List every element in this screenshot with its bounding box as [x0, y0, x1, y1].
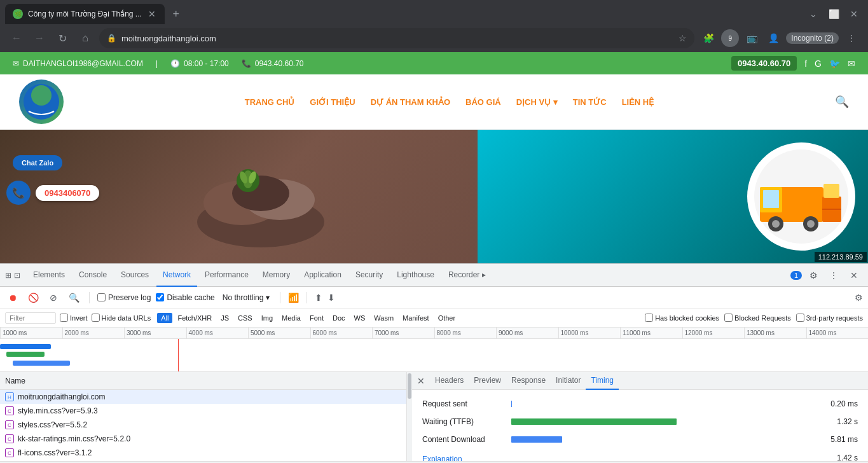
- twitter-icon[interactable]: 🐦: [829, 59, 840, 69]
- wifi-icon[interactable]: 📶: [288, 293, 299, 303]
- home-button[interactable]: ⌂: [76, 29, 94, 47]
- profile-icon[interactable]: 9: [721, 29, 739, 47]
- tab-elements[interactable]: Elements: [27, 264, 71, 287]
- tab-memory[interactable]: Memory: [256, 264, 296, 287]
- tab-close-icon[interactable]: ✕: [147, 9, 157, 19]
- undock-icon[interactable]: ⊡: [14, 271, 20, 280]
- nav-gioi-thieu[interactable]: GIỚI THIỆU: [310, 97, 355, 107]
- nav-trang-chu[interactable]: TRANG CHỦ: [245, 97, 295, 107]
- phone-circle-icon[interactable]: 📞: [6, 181, 31, 205]
- filter-doc[interactable]: Doc: [329, 313, 349, 323]
- nav-tin-tuc[interactable]: TIN TỨC: [573, 97, 607, 107]
- nav-bao-gia[interactable]: BÁO GIÁ: [465, 97, 501, 107]
- list-scrollbar[interactable]: [407, 372, 412, 461]
- filter-other[interactable]: Other: [434, 313, 460, 323]
- hide-data-urls-check[interactable]: Hide data URLs: [92, 314, 151, 322]
- export-icon[interactable]: ⬇: [327, 293, 335, 303]
- list-item[interactable]: C fl-icons.css?ver=3.1.2: [0, 446, 406, 460]
- profile-account-icon[interactable]: 👤: [764, 29, 782, 47]
- preserve-log-checkbox[interactable]: [97, 293, 106, 301]
- new-tab-button[interactable]: +: [167, 5, 185, 23]
- filter-media[interactable]: Media: [278, 313, 305, 323]
- filter-icon[interactable]: ⊘: [46, 290, 61, 305]
- url-bar[interactable]: 🔒 moitruongdaithangloi.com ☆: [99, 28, 694, 48]
- blocked-cookies-checkbox[interactable]: [645, 314, 653, 322]
- filter-wasm[interactable]: Wasm: [370, 313, 397, 323]
- explanation-link[interactable]: Explanation: [422, 455, 462, 461]
- tab-recorder[interactable]: Recorder ▸: [442, 264, 492, 287]
- filter-img[interactable]: Img: [258, 313, 277, 323]
- clear-button[interactable]: 🚫: [25, 290, 41, 305]
- filter-js[interactable]: JS: [217, 313, 233, 323]
- hide-data-urls-checkbox[interactable]: [92, 314, 100, 322]
- disable-cache-checkbox[interactable]: [156, 293, 164, 301]
- devtools-close-icon[interactable]: ✕: [845, 266, 863, 284]
- facebook-icon[interactable]: f: [804, 59, 807, 69]
- menu-icon[interactable]: ⋮: [843, 29, 860, 47]
- preserve-log-label[interactable]: Preserve log: [97, 293, 151, 302]
- tab-application[interactable]: Application: [298, 264, 348, 287]
- tab-lighthouse[interactable]: Lighthouse: [390, 264, 441, 287]
- panel-tab-response[interactable]: Response: [506, 372, 551, 390]
- import-icon[interactable]: ⬆: [315, 293, 322, 303]
- tab-sources[interactable]: Sources: [114, 264, 155, 287]
- reload-button[interactable]: ↻: [53, 29, 71, 47]
- maximize-icon[interactable]: ⬜: [825, 5, 843, 23]
- tab-performance[interactable]: Performance: [198, 264, 255, 287]
- list-item[interactable]: C styles.css?ver=5.5.2: [0, 418, 406, 432]
- third-party-checkbox[interactable]: [796, 314, 804, 322]
- blocked-requests-check[interactable]: Blocked Requests: [724, 314, 791, 322]
- filter-all[interactable]: All: [157, 313, 172, 323]
- cast-icon[interactable]: 📺: [743, 29, 761, 47]
- invert-check[interactable]: Invert: [60, 314, 88, 322]
- bookmark-icon[interactable]: ☆: [679, 33, 687, 43]
- search-network-icon[interactable]: 🔍: [66, 290, 81, 305]
- devtools-settings-icon[interactable]: ⚙: [804, 266, 822, 284]
- filter-input[interactable]: [5, 312, 56, 324]
- throttle-select[interactable]: No throttling ▾: [220, 292, 273, 303]
- phone-button[interactable]: 0943.40.60.70: [731, 56, 797, 71]
- devtools-more-icon[interactable]: ⋮: [825, 266, 843, 284]
- record-button[interactable]: ⏺: [5, 290, 20, 305]
- tab-console[interactable]: Console: [72, 264, 113, 287]
- panel-close-icon[interactable]: ✕: [417, 376, 425, 386]
- filter-css[interactable]: CSS: [234, 313, 256, 323]
- panel-tab-preview[interactable]: Preview: [469, 372, 506, 390]
- phone-number[interactable]: 0943406070: [36, 185, 99, 201]
- dock-icon[interactable]: ⊞: [5, 271, 11, 280]
- chat-zalo-button[interactable]: Chat Zalo: [13, 155, 62, 170]
- network-settings-icon[interactable]: ⚙: [855, 293, 863, 303]
- timing-label-download: Content Download: [422, 435, 511, 444]
- mail-icon[interactable]: ✉: [848, 59, 855, 69]
- nav-du-an[interactable]: DỰ ÁN THAM KHẢO: [371, 97, 450, 107]
- filter-fetch-xhr[interactable]: Fetch/XHR: [174, 313, 216, 323]
- list-item[interactable]: C kk-star-ratings.min.css?ver=5.2.0: [0, 432, 406, 446]
- invert-checkbox[interactable]: [60, 314, 68, 322]
- list-item[interactable]: H moitruongdaithangloi.com: [0, 390, 406, 404]
- incognito-button[interactable]: Incognito (2): [786, 32, 839, 44]
- scroll-thumb[interactable]: [408, 373, 411, 399]
- search-icon[interactable]: 🔍: [835, 95, 849, 109]
- panel-tab-headers[interactable]: Headers: [430, 372, 469, 390]
- forward-button[interactable]: →: [31, 29, 48, 47]
- nav-dich-vu[interactable]: DỊCH VỤ ▾: [516, 97, 558, 107]
- tab-security[interactable]: Security: [349, 264, 389, 287]
- close-window-icon[interactable]: ✕: [845, 5, 863, 23]
- filter-font[interactable]: Font: [306, 313, 327, 323]
- google-icon[interactable]: G: [815, 59, 822, 69]
- panel-tab-timing[interactable]: Timing: [586, 372, 619, 390]
- back-button[interactable]: ←: [8, 29, 25, 47]
- extensions-icon[interactable]: 🧩: [699, 29, 717, 47]
- nav-lien-he[interactable]: LIÊN HỆ: [622, 97, 654, 107]
- panel-tab-initiator[interactable]: Initiator: [551, 372, 586, 390]
- tab-network[interactable]: Network: [156, 264, 197, 287]
- active-tab[interactable]: 🌿 Công ty môi Trường Đại Thắng ... ✕: [5, 4, 165, 24]
- list-item[interactable]: C style.min.css?ver=5.9.3: [0, 404, 406, 418]
- filter-manifest[interactable]: Manifest: [399, 313, 433, 323]
- disable-cache-label[interactable]: Disable cache: [156, 293, 214, 302]
- blocked-requests-checkbox[interactable]: [724, 314, 733, 322]
- third-party-check[interactable]: 3rd-party requests: [796, 314, 863, 322]
- minimize-icon[interactable]: ⌄: [804, 5, 822, 23]
- filter-ws[interactable]: WS: [350, 313, 369, 323]
- blocked-cookies-check[interactable]: Has blocked cookies: [645, 314, 719, 322]
